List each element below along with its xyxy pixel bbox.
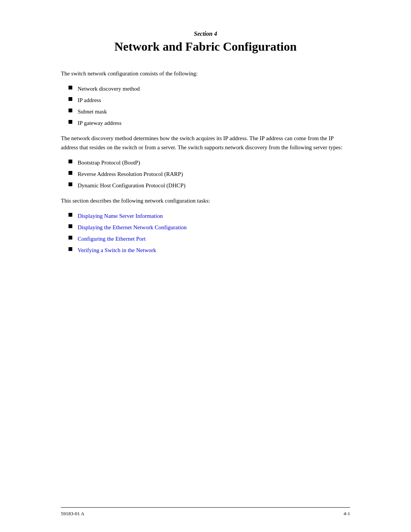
bullet-icon bbox=[68, 224, 72, 228]
list-item-text: IP gateway address bbox=[78, 118, 121, 128]
list-item-text: Dynamic Host Configuration Protocol (DHC… bbox=[78, 181, 185, 190]
link-displaying-ethernet-network[interactable]: Displaying the Ethernet Network Configur… bbox=[78, 223, 187, 232]
bullet-icon bbox=[68, 160, 72, 163]
list-item: Configuring the Ethernet Port bbox=[68, 234, 350, 243]
list-item: Reverse Address Resolution Protocol (RAR… bbox=[68, 169, 350, 179]
list-item: Subnet mask bbox=[68, 107, 350, 116]
link-verifying-switch[interactable]: Verifying a Switch in the Network bbox=[78, 246, 156, 255]
list-item-text: IP address bbox=[78, 96, 101, 105]
list-item-text: Subnet mask bbox=[78, 107, 107, 116]
bullet-icon bbox=[68, 182, 72, 186]
main-content: The switch network configuration consist… bbox=[61, 69, 350, 502]
body-paragraph-2: The network discovery method determines … bbox=[61, 134, 350, 152]
body-paragraph-3: This section describes the following net… bbox=[61, 196, 350, 205]
bullet-icon bbox=[68, 213, 72, 217]
footer-left: 59183-01 A bbox=[61, 511, 84, 517]
bullet-icon bbox=[68, 97, 72, 101]
bullet-list-2: Bootstrap Protocol (BootP) Reverse Addre… bbox=[61, 158, 350, 190]
list-item: Dynamic Host Configuration Protocol (DHC… bbox=[68, 181, 350, 190]
bullet-icon bbox=[68, 236, 72, 240]
bullet-icon bbox=[68, 120, 72, 124]
list-item: Displaying Name Server Information bbox=[68, 211, 350, 220]
section-label: Section 4 bbox=[61, 30, 350, 37]
link-configuring-ethernet-port[interactable]: Configuring the Ethernet Port bbox=[78, 234, 146, 243]
page-title: Network and Fabric Configuration bbox=[61, 40, 350, 54]
page-footer: 59183-01 A 4-1 bbox=[61, 507, 350, 517]
list-item: Network discovery method bbox=[68, 84, 350, 93]
section-number: 4 bbox=[214, 30, 217, 37]
page-header: Section 4 Network and Fabric Configurati… bbox=[61, 30, 350, 54]
bullet-icon bbox=[68, 171, 72, 175]
bullet-icon bbox=[68, 86, 72, 89]
list-item-text: Reverse Address Resolution Protocol (RAR… bbox=[78, 169, 183, 179]
list-item: Bootstrap Protocol (BootP) bbox=[68, 158, 350, 167]
bullet-list-1: Network discovery method IP address Subn… bbox=[61, 84, 350, 128]
list-item-text: Network discovery method bbox=[78, 84, 140, 93]
bullet-icon bbox=[68, 247, 72, 251]
list-item: Verifying a Switch in the Network bbox=[68, 246, 350, 255]
bullet-icon bbox=[68, 109, 72, 112]
section-label-text: Section bbox=[194, 30, 213, 37]
link-displaying-name-server[interactable]: Displaying Name Server Information bbox=[78, 211, 163, 220]
list-item-text: Bootstrap Protocol (BootP) bbox=[78, 158, 140, 167]
page: Section 4 Network and Fabric Configurati… bbox=[0, 0, 411, 532]
list-item: IP gateway address bbox=[68, 118, 350, 128]
list-item: Displaying the Ethernet Network Configur… bbox=[68, 223, 350, 232]
list-item: IP address bbox=[68, 96, 350, 105]
intro-paragraph: The switch network configuration consist… bbox=[61, 69, 350, 78]
bullet-list-links: Displaying Name Server Information Displ… bbox=[61, 211, 350, 255]
footer-right: 4-1 bbox=[344, 511, 350, 517]
